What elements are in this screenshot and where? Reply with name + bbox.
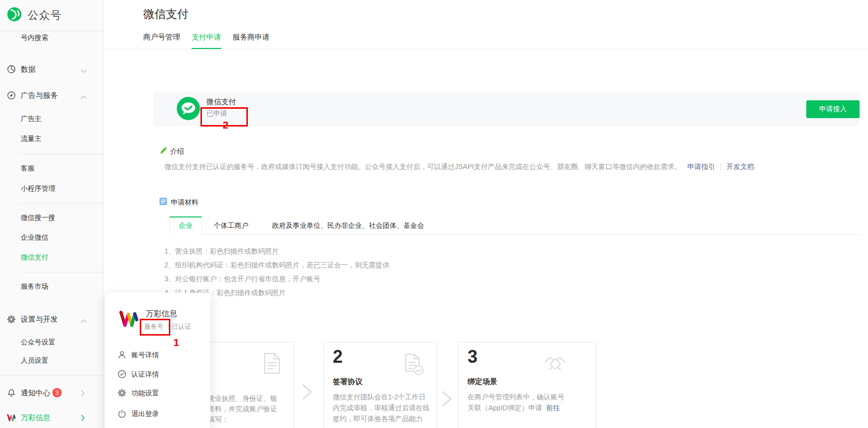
step-title: 绑定场景	[468, 377, 497, 386]
document-outline-icon	[264, 352, 280, 376]
tab-enterprise[interactable]: 企业	[169, 216, 202, 235]
sidebar-divider	[19, 272, 104, 272]
pen-icon	[159, 147, 167, 157]
chevron-down-icon	[80, 66, 87, 72]
intro-heading: 介绍	[159, 147, 184, 157]
sidebar-item-wecom[interactable]: 企业微信	[0, 231, 104, 245]
tab-government-org[interactable]: 政府及事业单位、民办非企业、社会团体、基金会	[260, 216, 436, 234]
step1-text-fragment: 填写：	[208, 415, 229, 424]
chevron-right-icon	[80, 414, 87, 420]
power-icon	[118, 409, 126, 418]
wechat-pay-logo-icon	[177, 97, 200, 120]
goto-link[interactable]: 前往	[546, 404, 560, 412]
sidebar-item-notification-center[interactable]: 通知中心 3	[0, 386, 104, 400]
step-text: 签约，即可体验各项产品能力	[333, 415, 423, 424]
bell-icon	[7, 388, 16, 397]
sidebar-item-service-market[interactable]: 服务市场	[0, 280, 104, 294]
gear-icon	[118, 388, 126, 397]
annotation-label-1: 1	[173, 337, 179, 348]
step-card-3: 3 绑定场景 在商户号管理列表中，确认账号 关联（AppID绑定）申请前往	[458, 342, 596, 428]
brand-name: 公众号	[28, 8, 62, 23]
step-number: 2	[333, 346, 343, 367]
step-text: 关联（AppID绑定）申请前往	[468, 404, 560, 413]
step-text: 关联（AppID绑定）申请	[468, 404, 542, 412]
gear-icon	[7, 315, 16, 324]
sidebar-item-search[interactable]: 号内搜索	[0, 31, 104, 45]
account-name: 万彩信息	[146, 309, 177, 319]
step1-text-fragment: 营业执照、身份证、银	[208, 394, 277, 403]
page-title: 微信支付	[143, 6, 189, 22]
pie-chart-icon	[7, 65, 16, 74]
wancai-logo-icon	[7, 413, 16, 422]
chevron-up-icon	[80, 92, 87, 98]
header-tabs: 商户号管理 支付申请 服务商申请	[143, 33, 270, 49]
menu-item-feature-settings[interactable]: 功能设置	[105, 387, 210, 399]
annotation-label-2: 2	[223, 119, 229, 131]
official-account-logo-icon	[6, 6, 22, 24]
document-check-icon	[403, 353, 426, 379]
sidebar-item-wechat-search[interactable]: 微信搜一搜	[0, 211, 104, 225]
step-text: 内完成审核，审核通过后请在线	[333, 404, 430, 413]
sidebar-item-staff-settings[interactable]: 人员设置	[0, 354, 104, 368]
step-number: 3	[468, 346, 477, 367]
step-text: 微信支付团队会在1-2个工作日	[333, 393, 426, 402]
step-card-2: 2 签署协议 微信支付团队会在1-2个工作日 内完成审核，审核通过后请在线 签约…	[323, 342, 437, 428]
person-icon	[118, 350, 126, 359]
chevron-right-icon	[80, 389, 87, 395]
step-arrow-icon	[301, 384, 313, 402]
link-separator: |	[720, 163, 722, 171]
check-circle-icon	[118, 370, 126, 379]
sidebar: 公众号 号内搜索 数据 广告与服务 广告主	[0, 0, 104, 428]
compass-icon	[7, 91, 16, 100]
sidebar-item-wancai-account[interactable]: 万彩信息	[0, 411, 104, 425]
step1-text-fragment: 资料，并完成账户验证	[208, 405, 277, 414]
verified-badge: 已认证	[172, 322, 191, 331]
sidebar-item-miniprogram[interactable]: 小程序管理	[0, 182, 104, 196]
account-popup: 万彩信息 服务号 已认证 账号详情 认证详情 功能设置 退出登录	[105, 293, 210, 428]
annotation-box-1	[140, 319, 170, 336]
intro-text-line: 微信支付支持已认证的服务号，政府或媒体订阅号接入支付功能。公众号接入支付后，可以…	[164, 163, 754, 171]
handshake-icon	[544, 354, 566, 377]
material-item: 1、营业执照：彩色扫描件或数码照片	[164, 247, 279, 256]
materials-tabs: 企业 个体工商户 政府及事业单位、民办非企业、社会团体、基金会	[169, 216, 859, 235]
sidebar-divider	[19, 203, 104, 204]
apply-guide-link[interactable]: 申请指引	[687, 163, 715, 171]
materials-heading: 申请材料	[159, 197, 198, 208]
tab-service-provider[interactable]: 服务商申请	[233, 33, 270, 49]
menu-item-verification-details[interactable]: 认证详情	[105, 369, 210, 381]
notification-badge: 3	[52, 388, 62, 397]
tab-payment-application[interactable]: 支付申请	[192, 33, 221, 49]
sidebar-item-settings-dev[interactable]: 设置与开发	[0, 312, 104, 326]
wancai-logo-icon	[119, 310, 139, 330]
sidebar-item-account-settings[interactable]: 公众号设置	[0, 336, 104, 349]
wechat-official-account-admin: 公众号 号内搜索 数据 广告与服务 广告主	[0, 0, 868, 428]
sidebar-item-data[interactable]: 数据	[0, 62, 104, 76]
material-item: 2、组织机构代码证：彩色扫描件或数码照片，若已三证合一，则无需提供	[164, 261, 390, 270]
sidebar-item-traffic[interactable]: 流量主	[0, 132, 104, 146]
tab-merchant-management[interactable]: 商户号管理	[143, 33, 180, 49]
step-title: 签署协议	[333, 377, 362, 386]
menu-item-logout[interactable]: 退出登录	[105, 408, 210, 420]
sidebar-item-ads-services[interactable]: 广告与服务	[0, 88, 104, 102]
brand[interactable]: 公众号	[6, 6, 62, 24]
material-item: 3、对公银行账户：包含开户行省市信息，开户账号	[164, 275, 320, 284]
intro-text: 微信支付支持已认证的服务号，政府或媒体订阅号接入支付功能。公众号接入支付后，可以…	[164, 163, 681, 171]
chevron-up-icon	[80, 316, 87, 322]
sidebar-item-wechat-pay[interactable]: 微信支付	[0, 251, 104, 264]
apply-access-button[interactable]: 申请接入	[806, 100, 860, 118]
header-divider	[104, 49, 868, 49]
sidebar-divider	[0, 375, 104, 376]
banner-title: 微信支付	[206, 97, 236, 107]
sidebar-divider	[19, 154, 104, 154]
sidebar-item-advertiser[interactable]: 广告主	[0, 112, 104, 126]
tab-individual-business[interactable]: 个体工商户	[202, 216, 260, 234]
sidebar-item-customer-service[interactable]: 客服	[0, 162, 104, 175]
document-icon	[159, 197, 167, 208]
step-text: 在商户号管理列表中，确认账号	[468, 393, 564, 402]
step-arrow-icon	[441, 390, 453, 409]
dev-docs-link[interactable]: 开发文档	[727, 163, 754, 171]
menu-item-account-details[interactable]: 账号详情	[105, 349, 210, 361]
wechat-pay-banner: 微信支付 已申请 申请接入	[153, 91, 859, 126]
